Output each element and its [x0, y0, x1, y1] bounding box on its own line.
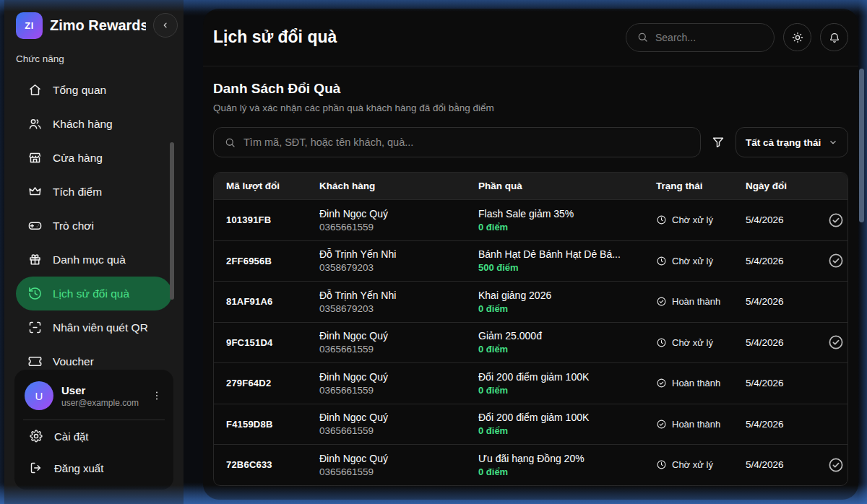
search-icon	[224, 136, 236, 149]
sidebar-item-label: Tổng quan	[53, 84, 106, 97]
page-title: Lịch sử đổi quà	[213, 27, 337, 47]
redeem-date: 5/4/2026	[746, 214, 824, 225]
confirm-button[interactable]	[827, 334, 845, 351]
history-icon	[27, 286, 43, 301]
gear-icon	[29, 429, 43, 443]
gift-icon	[27, 252, 43, 267]
redemption-code: 279F64D2	[214, 378, 319, 388]
sidebar-scrollbar[interactable]	[170, 142, 174, 300]
settings-item[interactable]: Cài đặt	[23, 420, 165, 452]
sidebar-item-store[interactable]: Cửa hàng	[16, 141, 172, 175]
page-header: Lịch sử đổi quà	[203, 9, 858, 66]
table-row[interactable]: 2FF6956B Đỗ Trịnh Yến Nhi 0358679203 Bán…	[214, 240, 847, 282]
sidebar-item-label: Cửa hàng	[53, 152, 103, 165]
store-icon	[27, 150, 43, 165]
users-icon	[27, 116, 43, 131]
col-gift: Phần quà	[478, 181, 656, 191]
filter-button[interactable]	[709, 135, 727, 149]
table-row[interactable]: 72B6C633 Đinh Ngọc Quý 0365661559 Ưu đãi…	[214, 444, 847, 485]
col-date: Ngày đổi	[746, 181, 824, 191]
notifications-button[interactable]	[820, 23, 848, 51]
gift-points: 0 điểm	[478, 303, 656, 314]
status-label: Hoàn thành	[672, 419, 720, 430]
ticket-icon	[27, 354, 43, 369]
sidebar-item-gamepad[interactable]: Trò chơi	[16, 209, 172, 243]
redeem-date: 5/4/2026	[746, 459, 824, 470]
check-circle-icon	[827, 212, 845, 229]
sidebar-item-label: Danh mục quà	[53, 253, 126, 266]
sidebar-item-home[interactable]: Tổng quan	[16, 73, 172, 107]
sidebar-nav: Tổng quan Khách hàng Cửa hàng Tích điểm …	[4, 73, 184, 378]
customer-name: Đinh Ngọc Quý	[319, 330, 478, 342]
customer-phone: 0358679203	[319, 262, 478, 273]
theme-toggle-button[interactable]	[783, 23, 811, 51]
sidebar-item-label: Voucher	[53, 355, 94, 368]
table-row[interactable]: F4159D8B Đinh Ngọc Quý 0365661559 Đổi 20…	[214, 404, 847, 445]
status-badge: Hoàn thành	[656, 296, 746, 307]
status-label: Hoàn thành	[672, 296, 720, 307]
redemption-code: 9FC151D4	[214, 337, 319, 348]
app-root: ZI Zimo Rewards... Chức năng Tổng quan K…	[0, 0, 867, 504]
customer-phone: 0358679203	[319, 303, 478, 314]
sun-icon	[791, 31, 804, 44]
redeem-date: 5/4/2026	[746, 256, 824, 266]
sidebar-header: ZI Zimo Rewards...	[4, 10, 184, 40]
global-search-input[interactable]	[655, 32, 764, 43]
sidebar-collapse-button[interactable]	[153, 13, 178, 38]
gift-points: 0 điểm	[478, 466, 656, 477]
qr-scan-icon	[27, 320, 43, 335]
main-scrollbar[interactable]	[859, 69, 864, 222]
sidebar-item-qr-scan[interactable]: Nhân viên quét QR	[16, 310, 172, 344]
user-card: U User user@example.com Cài đặt	[14, 370, 173, 490]
sidebar-item-gift[interactable]: Danh mục quà	[16, 243, 172, 277]
user-email: user@example.com	[61, 398, 139, 408]
redemption-code: 2FF6956B	[214, 256, 319, 266]
sidebar-item-label: Lịch sử đổi quà	[53, 287, 129, 300]
table-row[interactable]: 101391FB Đinh Ngọc Quý 0365661559 Flash …	[214, 199, 847, 240]
redemptions-table: Mã lượt đổi Khách hàng Phần quà Trạng th…	[213, 172, 848, 486]
confirm-button[interactable]	[827, 252, 845, 269]
table-header: Mã lượt đổi Khách hàng Phần quà Trạng th…	[214, 173, 847, 199]
customer-name: Đỗ Trịnh Yến Nhi	[319, 248, 478, 260]
sidebar-item-history[interactable]: Lịch sử đổi quà	[16, 277, 172, 310]
content-area: Danh Sách Đổi Quà Quản lý và xác nhận cá…	[203, 66, 858, 486]
bell-icon	[828, 31, 841, 44]
customer-name: Đỗ Trịnh Yến Nhi	[319, 290, 478, 301]
status-badge: Chờ xử lý	[656, 214, 746, 225]
status-filter-value: Tất cả trạng thái	[746, 137, 821, 148]
check-circle-icon	[827, 334, 845, 351]
table-row[interactable]: 9FC151D4 Đinh Ngọc Quý 0365661559 Giảm 2…	[214, 322, 847, 363]
confirm-button[interactable]	[827, 456, 845, 474]
gift-points: 0 điểm	[478, 222, 656, 233]
status-filter-dropdown[interactable]: Tất cả trạng thái	[736, 127, 848, 157]
gamepad-icon	[27, 218, 43, 233]
status-badge: Chờ xử lý	[656, 337, 746, 348]
app-logo: ZI	[16, 12, 43, 39]
user-menu-button[interactable]	[150, 389, 163, 402]
table-body: 101391FB Đinh Ngọc Quý 0365661559 Flash …	[214, 199, 847, 485]
gift-name: Khai giảng 2026	[478, 290, 656, 301]
table-row[interactable]: 81AF91A6 Đỗ Trịnh Yến Nhi 0358679203 Kha…	[214, 281, 847, 322]
gift-name: Đổi 200 điểm giảm 100K	[478, 371, 656, 383]
table-search-input[interactable]	[243, 136, 690, 148]
status-badge: Hoàn thành	[656, 419, 746, 430]
settings-label: Cài đặt	[54, 430, 89, 443]
logout-item[interactable]: Đăng xuất	[23, 452, 165, 484]
clock-icon	[656, 459, 667, 470]
list-subheading: Quản lý và xác nhận các phần quà khách h…	[213, 103, 848, 113]
redemption-code: F4159D8B	[214, 419, 319, 430]
sidebar-section-label: Chức năng	[4, 40, 184, 73]
home-icon	[27, 82, 43, 97]
gift-points: 500 điểm	[478, 262, 656, 273]
sidebar-item-crown[interactable]: Tích điểm	[16, 175, 172, 209]
customer-phone: 0365661559	[319, 466, 478, 477]
confirm-button[interactable]	[827, 212, 845, 229]
table-row[interactable]: 279F64D2 Đinh Ngọc Quý 0365661559 Đổi 20…	[214, 362, 847, 404]
funnel-icon	[711, 135, 725, 149]
gift-name: Ưu đãi hạng Đồng 20%	[478, 453, 656, 464]
sidebar-item-users[interactable]: Khách hàng	[16, 107, 172, 141]
sidebar-item-label: Tích điểm	[53, 186, 102, 199]
global-search	[626, 23, 775, 52]
clock-icon	[656, 337, 667, 348]
customer-phone: 0365661559	[319, 385, 478, 396]
